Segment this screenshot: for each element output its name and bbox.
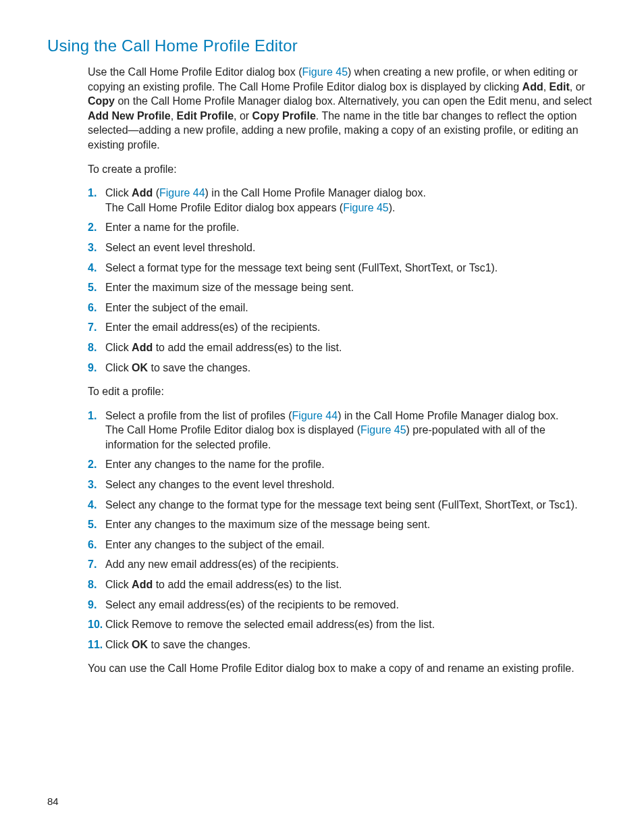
- text-run: Click: [105, 342, 132, 353]
- body-content: Use the Call Home Profile Editor dialog …: [88, 65, 597, 676]
- step-number: 8.: [88, 577, 103, 592]
- step-subtext: The Call Home Profile Editor dialog box …: [105, 201, 597, 215]
- bold-text: Add: [522, 81, 543, 93]
- step-text: Enter any changes to the subject of the …: [105, 539, 325, 550]
- text-run: Click: [105, 579, 132, 590]
- text-run: Click Remove to remove the selected emai…: [105, 619, 435, 630]
- step-text: Click Add to add the email address(es) t…: [105, 342, 342, 353]
- text-run: ).: [389, 202, 396, 213]
- step-number: 2.: [88, 457, 103, 472]
- list-item: 2.Enter any changes to the name for the …: [88, 457, 597, 472]
- list-item: 2.Enter a name for the profile.: [88, 220, 597, 235]
- text-run: Enter any changes to the subject of the …: [105, 539, 325, 550]
- step-text: Add any new email address(es) of the rec…: [105, 558, 339, 570]
- text-run: Click: [105, 362, 132, 373]
- text-run: Enter the maximum size of the message be…: [105, 282, 354, 293]
- list-item: 5.Enter the maximum size of the message …: [88, 280, 597, 295]
- text-run: to add the email address(es) to the list…: [153, 342, 342, 353]
- text-run: Select a format type for the message tex…: [105, 262, 498, 273]
- text-run: ,: [171, 110, 177, 122]
- text-run: Click: [105, 187, 132, 199]
- figure-link[interactable]: Figure 45: [343, 202, 389, 213]
- text-run: (: [153, 187, 159, 199]
- text-run: The Call Home Profile Editor dialog box …: [105, 424, 360, 436]
- list-item: 6.Enter any changes to the subject of th…: [88, 538, 597, 552]
- text-run: ) in the Call Home Profile Manager dialo…: [338, 410, 558, 421]
- text-run: Click: [105, 639, 132, 650]
- step-number: 4.: [88, 498, 103, 513]
- list-item: 3.Select any changes to the event level …: [88, 477, 597, 492]
- bold-text: OK: [132, 362, 148, 373]
- step-number: 3.: [88, 477, 103, 492]
- step-text: Enter the email address(es) of the recip…: [105, 321, 320, 333]
- create-steps-list: 1.Click Add (Figure 44) in the Call Home…: [88, 186, 597, 375]
- bold-text: Add: [132, 187, 153, 199]
- list-item: 7.Add any new email address(es) of the r…: [88, 557, 597, 572]
- step-text: Enter a name for the profile.: [105, 221, 239, 233]
- text-run: Select any changes to the event level th…: [105, 479, 335, 490]
- step-text: Enter the subject of the email.: [105, 302, 248, 313]
- text-run: Select any email address(es) of the reci…: [105, 599, 399, 610]
- list-item: 8.Click Add to add the email address(es)…: [88, 340, 597, 355]
- bold-text: Add: [132, 342, 153, 353]
- document-page: Using the Call Home Profile Editor Use t…: [0, 0, 644, 834]
- list-item: 1.Click Add (Figure 44) in the Call Home…: [88, 186, 597, 215]
- list-item: 3.Select an event level threshold.: [88, 240, 597, 255]
- step-number: 9.: [88, 361, 103, 375]
- step-number: 6.: [88, 301, 103, 315]
- list-item: 5.Enter any changes to the maximum size …: [88, 517, 597, 532]
- step-text: Click Remove to remove the selected emai…: [105, 619, 435, 630]
- step-text: Click OK to save the changes.: [105, 362, 250, 373]
- step-text: Select a format type for the message tex…: [105, 262, 498, 273]
- text-run: Enter the subject of the email.: [105, 302, 248, 313]
- list-item: 8.Click Add to add the email address(es)…: [88, 577, 597, 592]
- text-run: to save the changes.: [148, 362, 250, 373]
- figure-link[interactable]: Figure 45: [302, 66, 348, 78]
- section-heading: Using the Call Home Profile Editor: [47, 36, 597, 55]
- step-number: 6.: [88, 538, 103, 552]
- bold-text: Copy Profile: [252, 110, 316, 122]
- text-run: to save the changes.: [148, 639, 250, 650]
- list-item: 6.Enter the subject of the email.: [88, 301, 597, 315]
- text-run: Select any change to the format type for…: [105, 499, 578, 511]
- text-run: Select a profile from the list of profil…: [105, 410, 292, 421]
- step-number: 10.: [88, 617, 103, 632]
- create-lead: To create a profile:: [88, 162, 597, 177]
- figure-link[interactable]: Figure 44: [292, 410, 338, 421]
- step-text: Enter any changes to the name for the pr…: [105, 459, 325, 470]
- step-text: Select any changes to the event level th…: [105, 479, 335, 490]
- bold-text: Edit: [549, 81, 570, 93]
- step-text: Click Add to add the email address(es) t…: [105, 579, 342, 590]
- step-number: 5.: [88, 280, 103, 295]
- step-text: Enter any changes to the maximum size of…: [105, 519, 430, 530]
- step-number: 5.: [88, 517, 103, 532]
- list-item: 4.Select a format type for the message t…: [88, 261, 597, 276]
- step-subtext: The Call Home Profile Editor dialog box …: [105, 423, 597, 452]
- step-text: Click Add (Figure 44) in the Call Home P…: [105, 187, 426, 199]
- text-run: Select an event level threshold.: [105, 242, 255, 253]
- text-run: , or: [234, 110, 252, 122]
- text-run: The Call Home Profile Editor dialog box …: [105, 202, 343, 213]
- bold-text: Add New Profile: [88, 110, 171, 122]
- step-number: 11.: [88, 637, 103, 652]
- list-item: 11.Click OK to save the changes.: [88, 637, 597, 652]
- text-run: Enter the email address(es) of the recip…: [105, 321, 320, 333]
- closing-paragraph: You can use the Call Home Profile Editor…: [88, 661, 597, 676]
- page-number: 84: [47, 796, 59, 807]
- text-run: to add the email address(es) to the list…: [153, 579, 342, 590]
- text-run: Add any new email address(es) of the rec…: [105, 558, 339, 570]
- text-run: ) in the Call Home Profile Manager dialo…: [205, 187, 426, 199]
- step-number: 7.: [88, 320, 103, 335]
- text-run: Enter any changes to the maximum size of…: [105, 519, 430, 530]
- text-run: Enter a name for the profile.: [105, 221, 239, 233]
- step-text: Select an event level threshold.: [105, 242, 255, 253]
- bold-text: Edit Profile: [177, 110, 234, 122]
- edit-steps-list: 1.Select a profile from the list of prof…: [88, 409, 597, 652]
- list-item: 7.Enter the email address(es) of the rec…: [88, 320, 597, 335]
- text-run: on the Call Home Profile Manager dialog …: [115, 95, 592, 107]
- step-number: 1.: [88, 186, 103, 201]
- figure-link[interactable]: Figure 44: [159, 187, 205, 199]
- bold-text: Copy: [88, 95, 115, 107]
- step-text: Click OK to save the changes.: [105, 639, 250, 650]
- figure-link[interactable]: Figure 45: [360, 424, 406, 436]
